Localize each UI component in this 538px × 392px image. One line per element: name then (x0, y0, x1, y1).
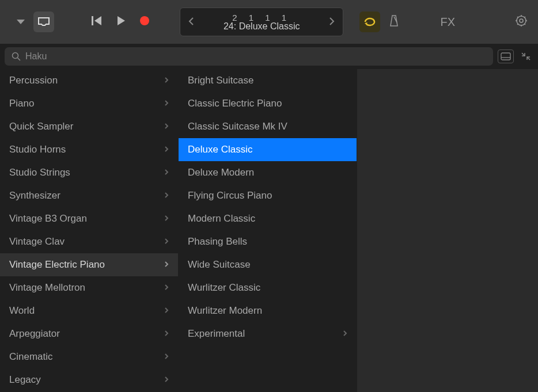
category-item-label: Legacy (9, 374, 41, 386)
chevron-right-icon (164, 169, 169, 177)
transport-controls (91, 16, 150, 28)
preset-item[interactable]: Experimental (179, 322, 357, 345)
detail-pane (357, 69, 538, 392)
preset-item[interactable]: Deluxe Classic (179, 138, 357, 161)
preset-item-label: Experimental (188, 328, 245, 340)
fx-button[interactable]: FX (440, 16, 455, 29)
category-item-label: Vintage Electric Piano (9, 259, 105, 271)
view-toggle-button[interactable] (498, 50, 514, 63)
preset-item[interactable]: Wide Suitcase (179, 253, 357, 276)
category-item[interactable]: Piano (0, 92, 178, 115)
svg-rect-15 (501, 53, 510, 60)
display-prev-button[interactable] (186, 13, 196, 31)
triangle-down-icon (16, 19, 25, 25)
chevron-right-icon (164, 261, 169, 269)
preset-item-label: Classic Electric Piano (188, 98, 282, 109)
svg-point-1 (140, 16, 149, 25)
preset-pane: Bright SuitcaseClassic Electric PianoCla… (179, 69, 357, 392)
display-content[interactable]: 2 1 1 1 24: Deluxe Classic (196, 13, 327, 32)
preset-item[interactable]: Phasing Bells (179, 230, 357, 253)
category-item[interactable]: Studio Strings (0, 161, 178, 184)
preset-item-label: Flying Circus Piano (188, 190, 272, 201)
chevron-right-icon (164, 77, 169, 85)
category-item-label: Studio Horns (9, 144, 66, 155)
play-button[interactable] (116, 16, 126, 28)
category-pane: PercussionPianoQuick SamplerStudio Horns… (0, 69, 179, 392)
chevron-right-icon (164, 284, 169, 292)
gear-icon (515, 14, 528, 27)
category-item[interactable]: Synthesizer (0, 184, 178, 207)
category-item[interactable]: Percussion (0, 69, 178, 92)
chevron-right-icon (164, 376, 169, 385)
search-input-wrapper (5, 47, 493, 66)
metronome-icon (388, 14, 400, 27)
category-item[interactable]: Quick Sampler (0, 115, 178, 138)
collapse-icon (521, 51, 531, 62)
chevron-right-icon (164, 123, 169, 131)
chevron-right-icon (164, 192, 169, 200)
settings-button[interactable] (515, 14, 528, 29)
record-icon (139, 16, 150, 26)
category-item[interactable]: Vintage Mellotron (0, 276, 178, 299)
play-icon (116, 16, 126, 26)
category-item[interactable]: Studio Horns (0, 138, 178, 161)
svg-point-13 (13, 53, 18, 59)
chevron-right-icon (164, 353, 169, 361)
preset-item-label: Bright Suitcase (188, 75, 253, 86)
display-next-button[interactable] (327, 13, 337, 31)
preset-item-label: Phasing Bells (188, 236, 247, 248)
category-item[interactable]: Vintage Electric Piano (0, 253, 178, 276)
preset-item[interactable]: Bright Suitcase (179, 69, 357, 92)
chevron-right-icon (329, 17, 335, 26)
preset-item-label: Wurlitzer Classic (188, 282, 260, 294)
category-item-label: Percussion (9, 75, 58, 86)
preset-item[interactable]: Wurlitzer Modern (179, 299, 357, 322)
record-button[interactable] (139, 16, 150, 28)
chevron-right-icon (164, 100, 169, 108)
category-item[interactable]: Cinematic (0, 345, 178, 368)
preset-item[interactable]: Wurlitzer Classic (179, 276, 357, 299)
preset-item[interactable]: Modern Classic (179, 207, 357, 230)
search-icon (12, 52, 21, 61)
svg-point-4 (520, 19, 523, 22)
inbox-icon (37, 17, 50, 27)
rewind-button[interactable] (91, 16, 103, 28)
category-item-label: Cinematic (9, 351, 53, 363)
chevron-right-icon (343, 330, 347, 338)
category-item-label: Quick Sampler (9, 121, 73, 132)
category-item-label: Vintage B3 Organ (9, 213, 87, 224)
category-item[interactable]: Legacy (0, 368, 178, 391)
preset-item-label: Modern Classic (188, 213, 255, 224)
preset-item[interactable]: Classic Electric Piano (179, 92, 357, 115)
cycle-button[interactable] (359, 12, 380, 32)
lcd-display: 2 1 1 1 24: Deluxe Classic (180, 7, 343, 36)
preset-item[interactable]: Flying Circus Piano (179, 184, 357, 207)
category-item[interactable]: World (0, 299, 178, 322)
category-item[interactable]: Arpeggiator (0, 322, 178, 345)
preset-item-label: Deluxe Modern (188, 167, 254, 178)
collapse-button[interactable] (518, 50, 533, 63)
preset-item-label: Wide Suitcase (188, 259, 251, 271)
preset-browser: PercussionPianoQuick SamplerStudio Horns… (0, 69, 538, 392)
svg-line-14 (18, 58, 21, 61)
category-item-label: Vintage Mellotron (9, 282, 85, 294)
category-item-label: Piano (9, 98, 34, 109)
search-bar (0, 44, 538, 69)
svg-rect-0 (92, 16, 93, 25)
rewind-icon (91, 16, 103, 26)
metronome-button[interactable] (388, 14, 400, 29)
preset-item[interactable]: Classic Suitcase Mk IV (179, 115, 357, 138)
library-button[interactable] (33, 12, 54, 32)
preset-item-label: Deluxe Classic (188, 144, 252, 155)
search-input[interactable] (25, 51, 486, 62)
top-toolbar: 2 1 1 1 24: Deluxe Classic FX (0, 0, 538, 44)
category-item[interactable]: Vintage B3 Organ (0, 207, 178, 230)
preset-item-label: Classic Suitcase Mk IV (188, 121, 287, 132)
chevron-left-icon (188, 17, 194, 26)
category-item-label: Arpeggiator (9, 328, 60, 340)
dropdown-button[interactable] (10, 12, 31, 32)
category-item-label: Synthesizer (9, 190, 60, 201)
panel-icon (501, 52, 511, 60)
category-item[interactable]: Vintage Clav (0, 230, 178, 253)
preset-item[interactable]: Deluxe Modern (179, 161, 357, 184)
